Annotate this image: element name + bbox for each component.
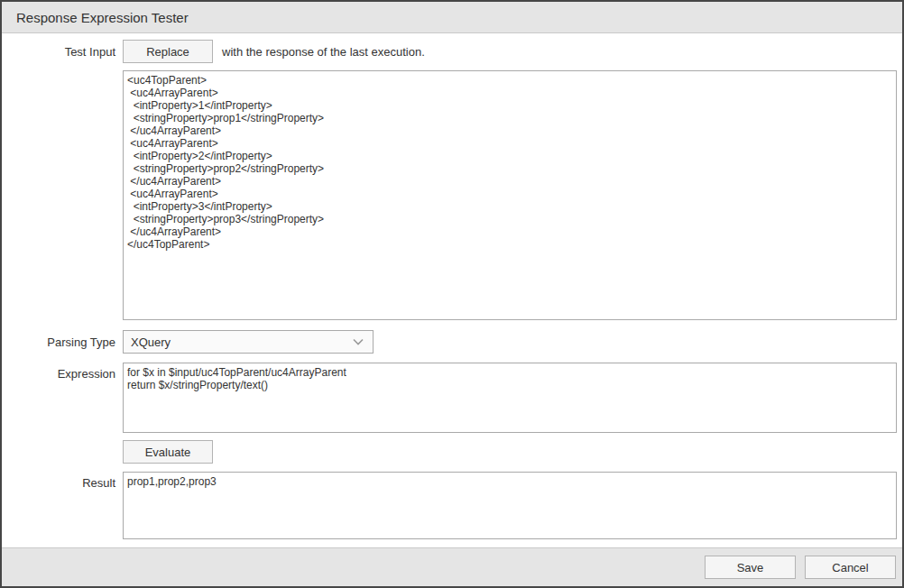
replace-button[interactable]: Replace (123, 40, 213, 63)
test-input-textarea-row: <uc4TopParent> <uc4ArrayParent> <intProp… (2, 63, 902, 320)
dialog-footer: Save Cancel (2, 547, 902, 586)
replace-helper-text: with the response of the last execution. (222, 45, 425, 59)
test-input-row: Test Input Replace with the response of … (2, 40, 902, 63)
save-button[interactable]: Save (705, 556, 796, 579)
parsing-type-select[interactable]: XQuery (123, 330, 374, 354)
test-input-label: Test Input (2, 45, 123, 59)
dialog-content: Test Input Replace with the response of … (2, 33, 902, 547)
expression-row: Expression for $x in $input/uc4TopParent… (2, 363, 902, 433)
evaluate-row: Evaluate (2, 440, 902, 464)
cancel-button[interactable]: Cancel (805, 556, 896, 579)
dialog-title: Response Expression Tester (16, 10, 189, 25)
result-row: Result prop1,prop2,prop3 (2, 472, 902, 539)
chevron-down-icon (353, 338, 364, 345)
test-input-textarea[interactable]: <uc4TopParent> <uc4ArrayParent> <intProp… (123, 70, 897, 320)
result-textarea[interactable]: prop1,prop2,prop3 (123, 472, 897, 539)
parsing-type-label: Parsing Type (2, 335, 123, 349)
result-label: Result (2, 472, 123, 539)
expression-textarea[interactable]: for $x in $input/uc4TopParent/uc4ArrayPa… (123, 363, 897, 433)
evaluate-button[interactable]: Evaluate (123, 440, 213, 464)
expression-label: Expression (2, 363, 123, 433)
parsing-type-selected-value: XQuery (131, 335, 171, 349)
response-expression-tester-dialog: Response Expression Tester Test Input Re… (0, 0, 904, 588)
parsing-type-row: Parsing Type XQuery (2, 330, 902, 354)
dialog-titlebar: Response Expression Tester (2, 2, 902, 33)
